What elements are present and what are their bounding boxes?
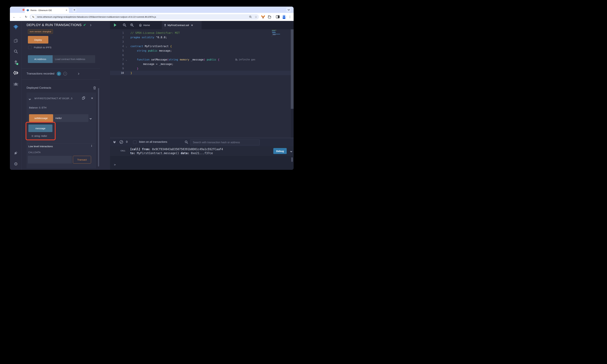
tab-search-button[interactable] xyxy=(286,7,291,12)
close-window-button[interactable] xyxy=(22,9,25,11)
code-line[interactable]: 5 string public message; xyxy=(110,49,294,53)
code-line[interactable]: 1// SPDX-License-Identifier: MIT xyxy=(110,31,294,35)
debug-button[interactable]: Debug xyxy=(273,148,287,154)
browser-menu-icon[interactable]: ⋮ xyxy=(289,15,291,19)
zoom-out-icon[interactable] xyxy=(123,23,127,27)
listen-checkbox[interactable] xyxy=(133,141,137,144)
publish-ipfs-checkbox[interactable] xyxy=(28,46,32,49)
browser-window: Remix - Ethereum IDE ✕ + ← → ↻ remix.eth… xyxy=(10,7,294,170)
back-button[interactable]: ← xyxy=(11,15,17,19)
minimap-line xyxy=(272,35,273,36)
deployed-contract-card: MYFIRSTCONTRACT AT 0X10F...5 ✕ Balance: … xyxy=(26,92,96,168)
zoom-in-icon[interactable] xyxy=(130,23,134,27)
contract-title: MYFIRSTCONTRACT AT 0X10F...5 xyxy=(35,97,80,100)
deploy-run-icon[interactable] xyxy=(13,70,19,76)
site-settings-icon[interactable] xyxy=(31,15,35,19)
minimap-line xyxy=(273,35,276,35)
line-number: 3 xyxy=(110,39,124,44)
tab-home[interactable]: Home xyxy=(137,21,152,29)
listen-count: 0 xyxy=(126,140,128,143)
set-message-input[interactable] xyxy=(53,114,88,122)
code-line[interactable]: 8 message = _message; xyxy=(110,62,294,66)
code-line[interactable]: 4⌄contract MyFirstContract { xyxy=(110,44,294,49)
panel-scrollbar[interactable] xyxy=(98,88,99,167)
reload-button[interactable]: ↻ xyxy=(23,15,29,19)
fold-chevron-icon[interactable]: ⌄ xyxy=(124,58,129,62)
address-bar[interactable]: remix.ethereum.org/#lang=en&optimize=fal… xyxy=(29,14,259,20)
calldata-label: CALLDATA xyxy=(28,151,40,154)
debugger-icon[interactable] xyxy=(13,81,19,87)
url-text[interactable]: remix.ethereum.org/#lang=en&optimize=fal… xyxy=(37,16,247,18)
deploy-button[interactable]: Deploy xyxy=(28,36,48,43)
editor-minimap[interactable] xyxy=(272,30,282,37)
terminal-search-input[interactable] xyxy=(190,139,260,145)
side-panel-icon[interactable] xyxy=(276,15,280,18)
set-message-expand-icon[interactable] xyxy=(90,117,91,120)
code-editor[interactable]: 1// SPDX-License-Identifier: MIT2pragma … xyxy=(110,29,294,138)
editor-scrollbar-thumb[interactable] xyxy=(291,29,294,109)
close-tab-icon[interactable]: ✕ xyxy=(66,9,67,11)
line-number: 1 xyxy=(110,31,124,35)
editor-area: Home MyFirstContract.sol ✕ 1// SPDX-Lice… xyxy=(110,21,294,170)
tab-file[interactable]: MyFirstContract.sol ✕ xyxy=(162,21,202,29)
calldata-input[interactable] xyxy=(28,156,72,164)
deploy-run-panel: DEPLOY & RUN TRANSACTIONS ✔ evm version:… xyxy=(22,21,110,170)
log-entry[interactable]: CALL [call] from: 0x9Cf934043aD350758391… xyxy=(110,146,294,156)
copy-address-icon[interactable] xyxy=(82,96,85,100)
code-line[interactable]: 9 } xyxy=(110,66,294,71)
trash-icon[interactable] xyxy=(93,86,96,90)
message-button[interactable]: message xyxy=(28,124,53,132)
profile-avatar[interactable] xyxy=(282,15,286,19)
code-line[interactable]: 3 xyxy=(110,39,294,44)
search-icon[interactable] xyxy=(13,49,19,54)
clear-console-icon[interactable] xyxy=(119,140,123,144)
terminal-scrollbar-thumb[interactable] xyxy=(291,157,293,162)
transactions-expand-icon[interactable] xyxy=(78,72,79,75)
contract-card-header[interactable]: MYFIRSTCONTRACT AT 0X10F...5 ✕ xyxy=(26,96,96,101)
code-line[interactable]: 2pragma solidity ^0.8.0; xyxy=(110,35,294,39)
solidity-compiler-icon[interactable] xyxy=(13,60,19,65)
panel-expand-icon[interactable] xyxy=(90,24,91,26)
log-text: [call] from: 0x9Cf934043aD350758391b0D01… xyxy=(130,147,223,155)
log-expand-icon[interactable] xyxy=(290,150,292,153)
plugin-manager-icon[interactable] xyxy=(13,150,19,156)
terminal-search-icon xyxy=(185,140,188,144)
metamask-icon[interactable] xyxy=(261,15,265,19)
remove-contract-icon[interactable]: ✕ xyxy=(91,97,93,100)
transact-button[interactable]: Transact xyxy=(73,156,91,164)
at-address-input[interactable] xyxy=(53,55,95,63)
editor-scrollbar[interactable] xyxy=(291,29,294,138)
remix-logo-icon[interactable] xyxy=(13,24,19,30)
browser-tab[interactable]: Remix - Ethereum IDE ✕ xyxy=(25,8,69,13)
collapse-terminal-icon[interactable] xyxy=(114,141,115,143)
settings-icon[interactable]: ⚙ xyxy=(13,161,19,167)
code-line[interactable]: 6 xyxy=(110,53,294,57)
bookmark-icon[interactable]: ☆ xyxy=(255,15,257,19)
zoom-icon[interactable] xyxy=(249,15,252,18)
new-tab-button[interactable]: + xyxy=(72,8,77,12)
line-number: 2 xyxy=(110,35,124,39)
fold-chevron-icon[interactable]: ⌄ xyxy=(124,44,129,49)
transactions-info-icon[interactable]: i xyxy=(63,72,67,76)
file-explorer-icon[interactable] xyxy=(13,38,19,43)
code-line[interactable]: 7⌄ function setMessage(string memory _me… xyxy=(110,57,294,62)
set-message-button[interactable]: setMessage xyxy=(29,114,53,122)
close-file-tab-icon[interactable]: ✕ xyxy=(191,24,193,26)
panel-check-icon: ✔ xyxy=(83,23,86,27)
terminal-body: CALL [call] from: 0x9Cf934043aD350758391… xyxy=(110,146,294,170)
extensions-icon[interactable] xyxy=(267,15,271,19)
run-script-icon[interactable] xyxy=(114,23,117,27)
contract-collapse-icon[interactable] xyxy=(29,97,30,100)
panel-title: DEPLOY & RUN TRANSACTIONS xyxy=(26,23,81,27)
transactions-recorded-label: Transactions recorded xyxy=(26,72,54,75)
minimap-line xyxy=(272,33,276,33)
line-number: 7 xyxy=(110,57,124,62)
at-address-button[interactable]: At Address xyxy=(28,55,53,63)
line-number: 4 xyxy=(110,44,124,49)
minimap-line xyxy=(272,31,275,31)
low-level-info-icon[interactable]: i xyxy=(91,144,92,148)
terminal-prompt[interactable]: > xyxy=(114,163,116,166)
forward-button[interactable]: → xyxy=(17,15,23,19)
code-line[interactable]: 10} xyxy=(110,71,294,75)
line-number: 6 xyxy=(110,53,124,57)
